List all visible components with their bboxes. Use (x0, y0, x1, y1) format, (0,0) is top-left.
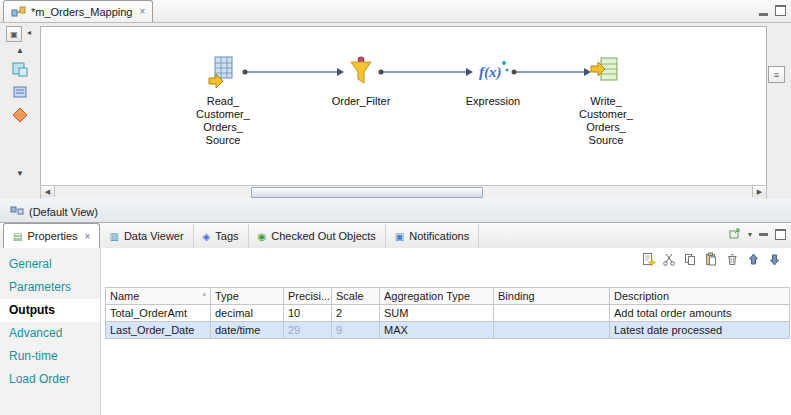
cell-precision[interactable]: 10 (284, 305, 332, 322)
filter-icon (344, 55, 378, 89)
palette-scroll-up-icon[interactable]: ▲ (9, 46, 31, 59)
view-tab-label: (Default View) (29, 206, 98, 218)
column-header-type[interactable]: Type (211, 288, 284, 305)
close-icon[interactable]: × (85, 231, 91, 242)
node-read-customer-orders-source[interactable]: Read_ Customer_ Orders_ Source (177, 55, 269, 147)
view-tab-icon (10, 204, 24, 219)
tab-label: Notifications (409, 230, 469, 242)
column-header-binding[interactable]: Binding (494, 288, 610, 305)
close-icon[interactable]: × (140, 6, 146, 17)
tab-data-viewer[interactable]: ▥ Data Viewer (100, 224, 193, 248)
column-header-aggregation-type[interactable]: Aggregation Type (380, 288, 494, 305)
tab-label: Data Viewer (124, 230, 184, 242)
node-order-filter[interactable]: Order_Filter (315, 55, 407, 108)
paste-icon[interactable] (703, 251, 720, 268)
transformation-icon-2[interactable] (12, 84, 28, 102)
canvas-right-strip: ≡ (767, 26, 787, 184)
column-header-name[interactable]: Name ° (106, 288, 211, 305)
cell-name[interactable]: Last_Order_Date (106, 322, 211, 339)
palette-scroll-down-icon[interactable]: ▼ (9, 169, 31, 182)
node-label: Expression (447, 95, 539, 108)
application-window: *m_Orders_Mapping × ▣ ◂ ▲ ▼ (0, 0, 791, 415)
outputs-table: Name ° Type Precisi... Scale Aggregation… (105, 287, 790, 339)
cell-precision[interactable]: 29 (284, 322, 332, 339)
write-target-icon (589, 55, 623, 89)
transformation-icon-1[interactable] (12, 61, 28, 79)
table-header-row: Name ° Type Precisi... Scale Aggregation… (106, 288, 790, 305)
outputs-toolbar (640, 251, 783, 268)
cell-type[interactable]: date/time (211, 322, 284, 339)
move-up-icon[interactable] (745, 251, 762, 268)
tab-tags[interactable]: ◈ Tags (194, 224, 249, 248)
properties-tab-icon: ▤ (13, 231, 22, 242)
column-header-description[interactable]: Description (610, 288, 790, 305)
sidebar-item-general[interactable]: General (0, 253, 100, 276)
node-label: Read_ Customer_ Orders_ Source (177, 95, 269, 147)
scrollbar-thumb[interactable] (251, 187, 483, 198)
maximize-view-icon[interactable] (775, 229, 786, 240)
transformation-icon-3[interactable] (12, 107, 28, 125)
sidebar-item-load-order[interactable]: Load Order (0, 368, 100, 391)
expression-icon: f(x) (476, 55, 510, 89)
maximize-icon[interactable] (775, 5, 786, 16)
new-output-icon[interactable] (640, 251, 657, 268)
minimize-icon[interactable] (759, 13, 768, 16)
minimize-view-icon[interactable] (759, 233, 768, 236)
cell-aggregation-type[interactable]: MAX (380, 322, 494, 339)
sidebar-item-parameters[interactable]: Parameters (0, 276, 100, 299)
sort-icon: ° (202, 292, 206, 302)
outline-icon[interactable]: ≡ (768, 66, 785, 83)
sidebar-item-outputs[interactable]: Outputs (0, 299, 100, 322)
properties-tabbar: ▤ Properties × ▥ Data Viewer ◈ Tags ◉ Ch… (0, 223, 791, 249)
checked-out-tab-icon: ◉ (258, 231, 267, 242)
palette-toggle-icon[interactable]: ▣ (6, 26, 22, 42)
editor-tab-title: *m_Orders_Mapping (31, 6, 133, 18)
cell-description[interactable]: Latest date processed (610, 322, 790, 339)
tab-properties[interactable]: ▤ Properties × (3, 223, 100, 248)
sidebar-item-advanced[interactable]: Advanced (0, 322, 100, 345)
cell-binding[interactable] (494, 305, 610, 322)
tab-checked-out-objects[interactable]: ◉ Checked Out Objects (249, 224, 386, 248)
copy-icon[interactable] (682, 251, 699, 268)
data-viewer-tab-icon: ▥ (109, 231, 118, 242)
notifications-tab-icon: ▣ (395, 231, 404, 242)
mapping-canvas[interactable]: Read_ Customer_ Orders_ Source Order_Fil… (40, 26, 767, 186)
cell-type[interactable]: decimal (211, 305, 284, 322)
column-header-scale[interactable]: Scale (332, 288, 380, 305)
delete-icon[interactable] (724, 251, 741, 268)
node-expression[interactable]: f(x) Expression (447, 55, 539, 108)
editor-tab-m-orders-mapping[interactable]: *m_Orders_Mapping × (3, 0, 153, 22)
canvas-horizontal-scrollbar[interactable]: ◀ ▶ (40, 185, 767, 200)
cell-aggregation-type[interactable]: SUM (380, 305, 494, 322)
sidebar-item-run-time[interactable]: Run-time (0, 345, 100, 368)
node-label: Order_Filter (315, 95, 407, 108)
svg-text:f(x): f(x) (479, 64, 502, 81)
cell-scale[interactable]: 9 (332, 322, 380, 339)
column-header-precision[interactable]: Precisi... (284, 288, 332, 305)
outputs-panel: Name ° Type Precisi... Scale Aggregation… (101, 248, 791, 415)
mapping-tab-icon (11, 5, 26, 19)
cell-description[interactable]: Add total order amounts (610, 305, 790, 322)
node-write-customer-orders-source[interactable]: Write_ Customer_ Orders_ Source (560, 55, 652, 147)
scroll-left-icon[interactable]: ◀ (41, 186, 55, 197)
properties-body: General Parameters Outputs Advanced Run-… (0, 248, 791, 415)
cut-icon[interactable] (661, 251, 678, 268)
view-menu-icon[interactable]: ▾ (748, 230, 752, 239)
collapse-palette-icon[interactable]: ◂ (24, 28, 34, 41)
properties-sidebar: General Parameters Outputs Advanced Run-… (0, 248, 101, 415)
tags-tab-icon: ◈ (203, 231, 211, 242)
scroll-right-icon[interactable]: ▶ (752, 186, 766, 197)
cell-binding[interactable] (494, 322, 610, 339)
read-source-icon (206, 55, 240, 89)
view-tabbar: (Default View) (0, 199, 791, 223)
node-label: Write_ Customer_ Orders_ Source (560, 95, 652, 147)
cell-name[interactable]: Total_OrderAmt (106, 305, 211, 322)
restore-view-icon[interactable] (729, 228, 741, 241)
table-row[interactable]: Last_Order_Date date/time 29 9 MAX Lates… (106, 322, 790, 339)
table-row[interactable]: Total_OrderAmt decimal 10 2 SUM Add tota… (106, 305, 790, 322)
column-label: Name (110, 290, 139, 302)
move-down-icon[interactable] (766, 251, 783, 268)
tab-notifications[interactable]: ▣ Notifications (386, 224, 479, 248)
cell-scale[interactable]: 2 (332, 305, 380, 322)
default-view-tab[interactable]: (Default View) (2, 201, 106, 222)
